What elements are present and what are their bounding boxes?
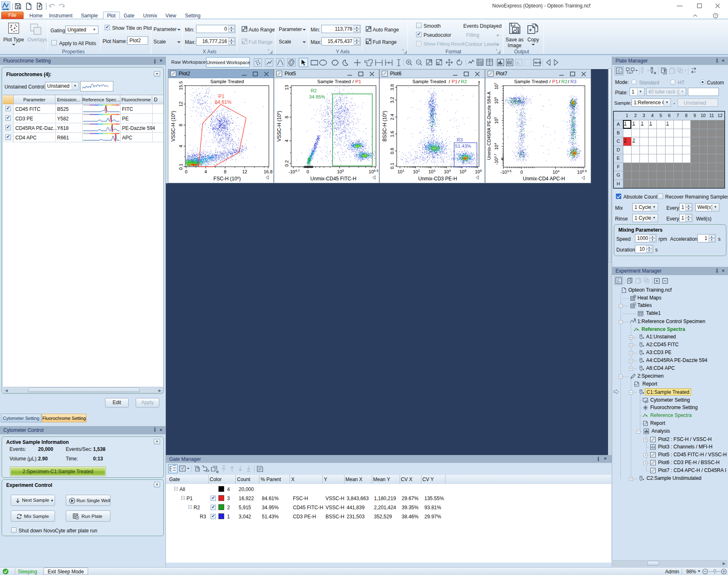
svg-text:106.5: 106.5 bbox=[369, 169, 378, 174]
svg-text:15.5: 15.5 bbox=[178, 81, 183, 90]
svg-text:0: 0 bbox=[307, 169, 309, 174]
svg-text:R3: R3 bbox=[570, 79, 577, 84]
svg-text:104: 104 bbox=[493, 143, 499, 150]
svg-text:VSSC-H (106): VSSC-H (106) bbox=[276, 111, 282, 141]
svg-text:107: 107 bbox=[493, 82, 499, 89]
svg-text:84.61%: 84.61% bbox=[215, 99, 232, 105]
svg-text:2.4: 2.4 bbox=[390, 114, 395, 120]
svg-text:106: 106 bbox=[493, 97, 499, 104]
svg-text:/: / bbox=[352, 79, 354, 84]
svg-text:104: 104 bbox=[553, 169, 560, 175]
svg-text:Unmix-CD3 PE-H: Unmix-CD3 PE-H bbox=[418, 176, 457, 182]
svg-text:0.2: 0.2 bbox=[284, 160, 289, 166]
svg-text:P1: P1 bbox=[552, 79, 558, 84]
svg-text:4: 4 bbox=[178, 145, 183, 147]
svg-text:R2: R2 bbox=[311, 88, 317, 93]
svg-text:R2: R2 bbox=[561, 79, 568, 84]
svg-text:4: 4 bbox=[204, 169, 207, 174]
svg-text:3.8: 3.8 bbox=[390, 84, 395, 90]
svg-text:Sample Treated: Sample Treated bbox=[412, 79, 446, 84]
svg-text:16.8: 16.8 bbox=[263, 169, 272, 174]
svg-text:103: 103 bbox=[429, 169, 436, 174]
svg-text:12: 12 bbox=[178, 101, 183, 106]
svg-text:0.1: 0.1 bbox=[178, 163, 183, 170]
svg-text:P1: P1 bbox=[355, 79, 361, 84]
svg-text:R2: R2 bbox=[461, 79, 467, 84]
svg-text:3.2: 3.2 bbox=[390, 97, 395, 103]
svg-text:12: 12 bbox=[242, 169, 247, 174]
svg-text:0.1: 0.1 bbox=[390, 163, 395, 169]
svg-text:8: 8 bbox=[178, 124, 183, 126]
svg-text:51.43%: 51.43% bbox=[455, 144, 471, 149]
svg-text:R3: R3 bbox=[457, 137, 463, 142]
svg-text:105.5: 105.5 bbox=[577, 169, 587, 175]
svg-text:105: 105 bbox=[337, 169, 344, 174]
svg-text:0: 0 bbox=[185, 169, 187, 174]
svg-text:P1: P1 bbox=[452, 79, 457, 84]
svg-text:4: 4 bbox=[284, 139, 289, 142]
svg-text:13: 13 bbox=[284, 85, 289, 90]
svg-text:101: 101 bbox=[398, 169, 405, 174]
svg-text:0: 0 bbox=[520, 170, 523, 175]
svg-text:/: / bbox=[449, 79, 450, 84]
svg-text:106: 106 bbox=[475, 169, 482, 174]
svg-text:Unmix-CD45 FITC-H: Unmix-CD45 FITC-H bbox=[310, 176, 356, 182]
svg-text:VSSC-H (106): VSSC-H (106) bbox=[170, 111, 176, 141]
svg-text:0.8: 0.8 bbox=[390, 148, 395, 154]
svg-text:102: 102 bbox=[413, 169, 420, 174]
svg-text:/: / bbox=[559, 79, 560, 84]
svg-text:Sample Treated: Sample Treated bbox=[514, 79, 548, 84]
svg-text:-103.7: -103.7 bbox=[493, 153, 499, 165]
svg-text:N×N: N×N bbox=[534, 61, 541, 65]
svg-text:8: 8 bbox=[224, 169, 226, 174]
svg-text:34.95%: 34.95% bbox=[309, 94, 325, 99]
svg-text:Unmix-CD4 APC-H: Unmix-CD4 APC-H bbox=[523, 176, 565, 182]
svg-text:/: / bbox=[458, 79, 460, 84]
svg-text:Sample Treated: Sample Treated bbox=[317, 79, 351, 84]
svg-text:!: ! bbox=[478, 80, 480, 86]
svg-text:8: 8 bbox=[284, 116, 289, 118]
svg-text:Unmix-CD45RA PE-Dazzle 594-A: Unmix-CD45RA PE-Dazzle 594-A bbox=[486, 91, 491, 160]
svg-text:-104.7: -104.7 bbox=[288, 169, 300, 174]
svg-text:1.6: 1.6 bbox=[390, 131, 395, 137]
svg-text:105: 105 bbox=[493, 117, 499, 124]
svg-text:105: 105 bbox=[460, 169, 467, 174]
svg-text:/: / bbox=[568, 79, 570, 84]
svg-text:FSC-H (106): FSC-H (106) bbox=[213, 176, 241, 182]
svg-text:P1: P1 bbox=[218, 93, 225, 99]
svg-text:BSSC-H (106): BSSC-H (106) bbox=[382, 111, 388, 141]
svg-text:Sample Treated: Sample Treated bbox=[210, 79, 244, 84]
svg-text:/: / bbox=[549, 79, 551, 84]
svg-text:104: 104 bbox=[444, 169, 451, 174]
svg-text:-103.5: -103.5 bbox=[500, 169, 512, 175]
